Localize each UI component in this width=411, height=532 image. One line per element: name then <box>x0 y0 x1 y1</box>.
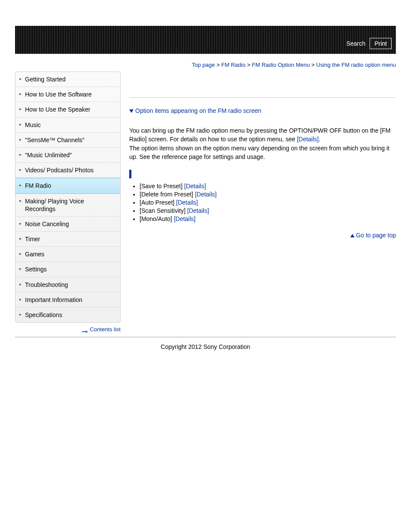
arrow-right-icon <box>82 328 88 332</box>
sidebar-column: Getting StartedHow to Use the SoftwareHo… <box>15 72 121 333</box>
chevron-up-icon <box>350 234 355 237</box>
print-button[interactable]: Print <box>370 38 392 49</box>
details-link[interactable]: [Details] <box>297 136 319 143</box>
sidebar-item[interactable]: Settings <box>16 262 120 277</box>
option-list-item: [Mono/Auto] [Details] <box>140 215 396 222</box>
sidebar-item[interactable]: How to Use the Software <box>16 87 120 102</box>
contents-list-link[interactable]: Contents list <box>90 326 121 333</box>
main-content: Option items appearing on the FM radio s… <box>129 72 396 333</box>
option-list-item: [Delete from Preset] [Details] <box>140 191 396 198</box>
header-bar: Search Print <box>15 26 396 54</box>
details-link[interactable]: [Details] <box>184 183 206 190</box>
copyright: Copyright 2012 Sony Corporation <box>15 343 396 350</box>
option-list-item: [Auto Preset] [Details] <box>140 199 396 206</box>
sidebar-item[interactable]: "Music Unlimited" <box>16 148 120 163</box>
details-link[interactable]: [Details] <box>195 191 217 198</box>
breadcrumb-sep: > <box>310 62 316 68</box>
page-top-wrap: Go to page top <box>129 232 396 239</box>
option-list-item: [Save to Preset] [Details] <box>140 183 396 190</box>
sidebar-item[interactable]: Troubleshooting <box>16 277 120 292</box>
chevron-down-icon <box>129 109 134 113</box>
para1a: You can bring up the FM radio option men… <box>129 127 390 143</box>
sidebar-item[interactable]: Making/ Playing Voice Recordings <box>16 194 120 217</box>
details-link[interactable]: [Details] <box>187 207 209 214</box>
sidebar-item[interactable]: Videos/ Podcasts/ Photos <box>16 163 120 178</box>
option-label: [Mono/Auto] <box>140 215 174 222</box>
contents-list-wrap: Contents list <box>15 323 121 333</box>
sidebar: Getting StartedHow to Use the SoftwareHo… <box>15 72 121 323</box>
option-label: [Scan Sensitivity] <box>140 207 187 214</box>
divider <box>129 97 396 98</box>
sidebar-item[interactable]: Games <box>16 247 120 262</box>
sidebar-item[interactable]: Specifications <box>16 308 120 322</box>
svg-marker-1 <box>86 330 88 333</box>
breadcrumb-sep: > <box>215 62 221 68</box>
sidebar-item[interactable]: Important Information <box>16 292 120 308</box>
breadcrumb-subcat-link[interactable]: FM Radio Option Menu <box>252 62 310 68</box>
search-link[interactable]: Search <box>346 40 365 47</box>
sidebar-item[interactable]: FM Radio <box>16 178 120 193</box>
sidebar-item[interactable]: Getting Started <box>16 72 120 87</box>
para1b: . <box>319 136 321 143</box>
sidebar-item[interactable]: How to Use the Speaker <box>16 102 120 117</box>
section-anchor-link[interactable]: Option items appearing on the FM radio s… <box>135 107 262 114</box>
page-top-link[interactable]: Go to page top <box>356 232 396 239</box>
option-list: [Save to Preset] [Details][Delete from P… <box>129 183 396 222</box>
breadcrumb-current: Using the FM radio option menu <box>316 62 396 68</box>
option-list-item: [Scan Sensitivity] [Details] <box>140 207 396 214</box>
details-link[interactable]: [Details] <box>176 199 198 206</box>
option-label: [Delete from Preset] <box>140 191 195 198</box>
header-actions: Search Print <box>346 38 392 49</box>
para2: The option items shown on the option men… <box>129 145 389 160</box>
breadcrumb-sep: > <box>246 62 252 68</box>
body-text: You can bring up the FM radio option men… <box>129 126 396 161</box>
breadcrumb-top-link[interactable]: Top page <box>192 62 215 68</box>
breadcrumb-cat-link[interactable]: FM Radio <box>221 62 246 68</box>
details-link[interactable]: [Details] <box>174 215 196 222</box>
anchor-row: Option items appearing on the FM radio s… <box>129 107 396 114</box>
option-label: [Save to Preset] <box>140 183 184 190</box>
breadcrumb: Top page > FM Radio > FM Radio Option Me… <box>15 54 396 72</box>
option-label: [Auto Preset] <box>140 199 176 206</box>
sidebar-item[interactable]: Timer <box>16 232 120 247</box>
sidebar-item[interactable]: "SensMe™ Channels" <box>16 133 120 148</box>
section-bar-icon <box>129 170 131 178</box>
sidebar-item[interactable]: Noise Canceling <box>16 217 120 232</box>
sidebar-item[interactable]: Music <box>16 118 120 133</box>
